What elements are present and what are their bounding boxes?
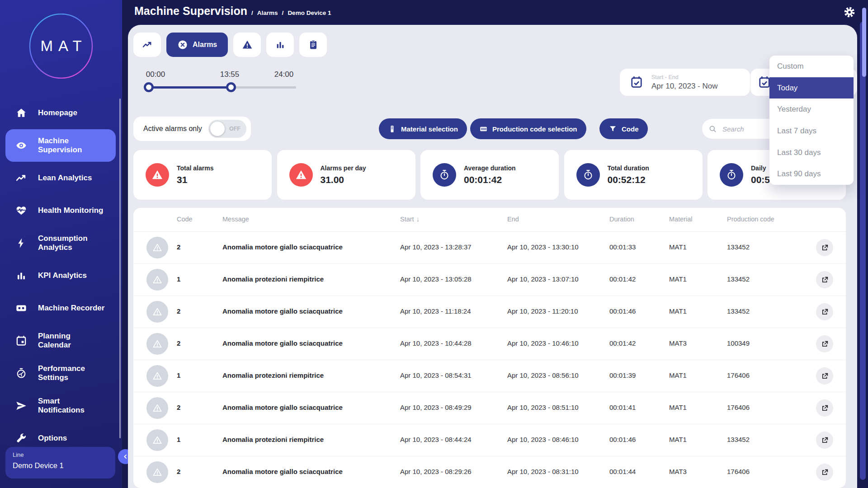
date-menu-scrollbar[interactable] <box>862 8 866 77</box>
cell-end: Apr 10, 2023 - 11:20:10 <box>507 307 578 315</box>
open-alarm-button[interactable] <box>816 367 833 385</box>
sidebar-item-label: Machine Recorder <box>38 304 113 313</box>
code-filter-label: Code <box>622 125 639 133</box>
sidebar-item-kpi-analytics[interactable]: KPI Analytics <box>5 259 116 292</box>
cell-message: Anomalia motore giallo sciacquatrice <box>222 404 343 411</box>
recorder-icon <box>15 302 27 314</box>
cell-end: Apr 10, 2023 - 08:51:10 <box>507 404 579 411</box>
alarm-row[interactable]: 2 Anomalia motore giallo sciacquatrice A… <box>133 296 846 328</box>
open-alarm-button[interactable] <box>816 239 833 256</box>
material-selection-button[interactable]: Material selection <box>379 118 467 139</box>
sidebar: MAT Homepage Machine Supervision Lean An… <box>0 0 122 488</box>
alarm-row[interactable]: 1 Anomalia protezioni riempitrice Apr 10… <box>133 424 846 456</box>
active-alarms-toggle[interactable]: OFF <box>208 120 246 138</box>
breadcrumb: Machine Supervision / Alarms / Demo Devi… <box>134 5 331 18</box>
column-header-start[interactable]: Start↓ <box>400 216 420 223</box>
cell-code: 2 <box>177 243 180 251</box>
column-header-production-code[interactable]: Production code <box>727 216 774 223</box>
alarm-row[interactable]: 2 Anomalia motore giallo sciacquatrice A… <box>133 232 846 264</box>
date-range-picker[interactable]: Start - End Apr 10, 2023 - Now <box>620 69 750 96</box>
sidebar-item-consumption-analytics[interactable]: Consumption Analytics <box>5 227 116 259</box>
alarm-row[interactable]: 2 Anomalia motore giallo sciacquatrice A… <box>133 328 846 360</box>
column-header-message[interactable]: Message <box>222 216 249 223</box>
production-code-selection-button[interactable]: Production code selection <box>470 118 586 139</box>
time-slider-handle-current[interactable] <box>226 82 236 92</box>
external-link-icon <box>821 308 829 316</box>
cell-end: Apr 10, 2023 - 08:56:10 <box>507 371 579 379</box>
slider-current-label: 13:55 <box>220 70 240 79</box>
cell-production-code: 176406 <box>727 404 750 411</box>
sidebar-item-label: KPI Analytics <box>38 271 113 280</box>
stat-value: 00:01:42 <box>464 174 516 185</box>
sidebar-item-planning-calendar[interactable]: Planning Calendar <box>5 324 116 357</box>
tab-report[interactable] <box>299 33 327 57</box>
filter-icon <box>609 125 617 133</box>
sidebar-item-homepage[interactable]: Homepage <box>5 97 116 129</box>
open-alarm-button[interactable] <box>816 464 833 481</box>
date-menu-item-label: Custom <box>777 62 804 71</box>
sidebar-scrollbar[interactable] <box>119 99 121 438</box>
stat-card: Alarms per day 31.00 <box>277 150 415 200</box>
alarm-row[interactable]: 2 Anomalia motore giallo sciacquatrice A… <box>133 456 846 488</box>
cell-code: 2 <box>177 339 180 347</box>
date-menu-item[interactable]: Last 30 days <box>769 142 854 164</box>
open-alarm-button[interactable] <box>816 399 833 417</box>
sidebar-item-smart-notifications[interactable]: Smart Notifications <box>5 389 116 422</box>
breadcrumb-device[interactable]: Demo Device 1 <box>288 9 331 16</box>
sort-arrow-icon: ↓ <box>416 216 420 223</box>
device-card-label: Line <box>13 451 108 458</box>
breadcrumb-alarms[interactable]: Alarms <box>257 9 278 16</box>
cell-start: Apr 10, 2023 - 13:28:37 <box>400 243 472 251</box>
date-menu-item[interactable]: Yesterday <box>769 99 854 120</box>
date-menu-item[interactable]: Last 90 days <box>769 163 854 185</box>
date-menu-item[interactable]: Custom <box>769 56 854 77</box>
alarm-row[interactable]: 2 Anomalia motore giallo sciacquatrice A… <box>133 392 846 424</box>
cell-material: MAT3 <box>669 339 687 347</box>
sidebar-item-label: Lean Analytics <box>38 174 113 183</box>
date-menu-item[interactable]: Last 7 days <box>769 120 854 142</box>
stopwatch-icon <box>439 169 450 181</box>
open-alarm-button[interactable] <box>816 271 833 288</box>
cell-material: MAT1 <box>669 243 687 251</box>
cell-code: 1 <box>177 436 180 443</box>
cell-start: Apr 10, 2023 - 08:29:26 <box>400 468 472 475</box>
table-body: 2 Anomalia motore giallo sciacquatrice A… <box>133 232 846 488</box>
cell-production-code: 133452 <box>727 436 750 443</box>
tab-trends[interactable] <box>133 33 161 57</box>
search-input[interactable] <box>722 125 773 133</box>
tab-alarms[interactable]: Alarms <box>166 33 228 57</box>
open-alarm-button[interactable] <box>816 303 833 320</box>
gear-icon[interactable] <box>844 6 855 18</box>
cell-material: MAT1 <box>669 371 687 379</box>
date-menu-item[interactable]: Today <box>769 77 854 99</box>
sidebar-item-performance-settings[interactable]: Performance Settings <box>5 357 116 389</box>
cell-message: Anomalia protezioni riempitrice <box>222 371 324 379</box>
sidebar-item-health-monitoring[interactable]: Health Monitoring <box>5 194 116 227</box>
cell-code: 1 <box>177 371 180 379</box>
alarm-row[interactable]: 1 Anomalia protezioni riempitrice Apr 10… <box>133 360 846 392</box>
column-header-duration[interactable]: Duration <box>609 216 634 223</box>
code-filter-button[interactable]: Code <box>599 118 648 139</box>
sidebar-item-machine-recorder[interactable]: Machine Recorder <box>5 292 116 324</box>
open-alarm-button[interactable] <box>816 335 833 352</box>
toggle-knob <box>210 122 225 136</box>
tab-statistics[interactable] <box>266 33 294 57</box>
column-header-end[interactable]: End <box>507 216 519 223</box>
sidebar-item-lean-analytics[interactable]: Lean Analytics <box>5 162 116 194</box>
stat-label: Alarms per day <box>321 164 366 172</box>
alarm-outline-icon <box>151 434 163 446</box>
column-header-code[interactable]: Code <box>177 216 193 223</box>
cell-message: Anomalia motore giallo sciacquatrice <box>222 468 343 475</box>
sidebar-item-machine-supervision[interactable]: Machine Supervision <box>5 129 116 162</box>
alarm-outline-icon <box>151 306 163 318</box>
open-alarm-button[interactable] <box>816 432 833 449</box>
device-card[interactable]: Line Demo Device 1 <box>5 447 115 479</box>
column-header-material[interactable]: Material <box>669 216 693 223</box>
gauge-icon <box>15 367 27 379</box>
tab-warnings[interactable] <box>233 33 261 57</box>
cell-material: MAT1 <box>669 275 687 283</box>
page-scrollbar[interactable] <box>860 22 866 480</box>
time-slider-handle-start[interactable] <box>144 82 154 92</box>
alarm-row[interactable]: 1 Anomalia protezioni riempitrice Apr 10… <box>133 264 846 296</box>
stat-value: 31 <box>177 174 213 185</box>
